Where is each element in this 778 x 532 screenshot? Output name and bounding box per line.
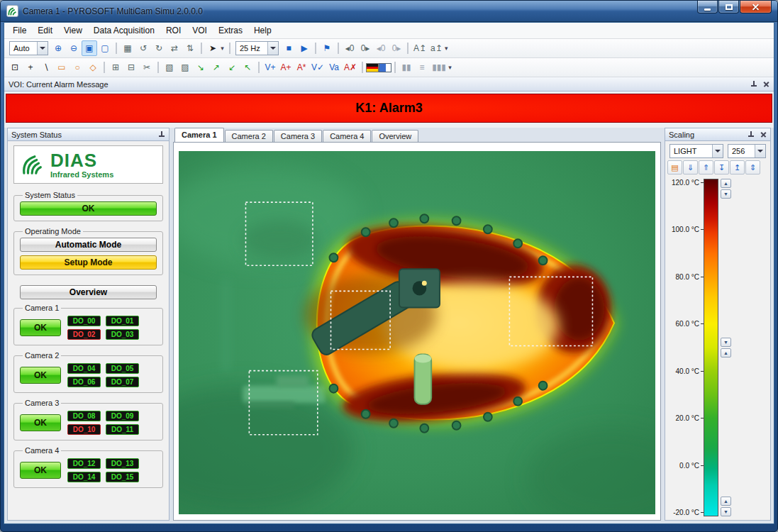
- zoom-in-button[interactable]: ⊕: [50, 40, 66, 56]
- roi-import-button[interactable]: ↖: [240, 60, 255, 75]
- flag-marker-button[interactable]: ⚑: [319, 40, 335, 56]
- do-button[interactable]: DO_07: [106, 377, 139, 387]
- do-button[interactable]: DO_09: [106, 411, 139, 421]
- select-roi-button[interactable]: ⊡: [7, 60, 23, 75]
- tab-camera-1[interactable]: Camera 1: [174, 128, 224, 142]
- ellipse-roi-button[interactable]: ○: [70, 60, 85, 75]
- camera-1-ok-button[interactable]: OK: [20, 319, 61, 336]
- tab-camera-2[interactable]: Camera 2: [225, 130, 273, 142]
- palette-combo[interactable]: LIGHT: [669, 144, 723, 158]
- pointer-tool-dropdown[interactable]: ▾: [218, 40, 226, 56]
- do-button[interactable]: DO_13: [106, 458, 139, 469]
- alarm-next-button[interactable]: 0▸: [389, 40, 404, 56]
- do-button[interactable]: DO_14: [67, 472, 101, 482]
- menu-view[interactable]: View: [58, 23, 88, 38]
- do-button[interactable]: DO_15: [106, 472, 139, 482]
- flip-horizontal-button[interactable]: ⇄: [167, 40, 182, 56]
- do-button[interactable]: DO_06: [67, 377, 101, 387]
- cut-roi-button[interactable]: ✂: [139, 60, 155, 75]
- stop-button[interactable]: ■: [281, 40, 296, 56]
- do-button[interactable]: DO_03: [106, 329, 139, 340]
- scale-shift-down-button[interactable]: ↧: [714, 160, 729, 174]
- paste-roi-button[interactable]: ⊟: [123, 60, 139, 75]
- thermal-image[interactable]: [179, 151, 655, 514]
- roi-to-image-button[interactable]: ↘: [193, 60, 209, 75]
- camera-2-ok-button[interactable]: OK: [20, 367, 61, 384]
- levels-combo[interactable]: 256: [728, 144, 766, 158]
- tab-camera-3[interactable]: Camera 3: [274, 130, 322, 142]
- menu-extras[interactable]: Extras: [213, 23, 248, 38]
- zoom-out-button[interactable]: ⊖: [66, 40, 82, 56]
- do-button[interactable]: DO_10: [67, 424, 101, 435]
- scale-min-down-button[interactable]: ▼: [721, 507, 731, 516]
- scale-max-down-button[interactable]: ▼: [721, 189, 731, 199]
- delete-alarm-button[interactable]: A✗: [342, 60, 359, 75]
- scale-min-up-button[interactable]: ▲: [721, 497, 731, 506]
- do-button[interactable]: DO_01: [106, 316, 139, 326]
- tab-camera-4[interactable]: Camera 4: [323, 130, 371, 142]
- close-button[interactable]: [740, 1, 772, 13]
- menu-voi[interactable]: VOI: [187, 23, 213, 38]
- scale-max-up-button[interactable]: ▲: [721, 179, 731, 188]
- polygon-roi-button[interactable]: ◇: [85, 60, 101, 75]
- point-roi-button[interactable]: +: [23, 60, 38, 75]
- roi-from-image-button[interactable]: ↗: [209, 60, 224, 75]
- menu-roi[interactable]: ROI: [160, 23, 187, 38]
- language-panel-button[interactable]: [379, 63, 391, 72]
- pin-icon[interactable]: [158, 131, 165, 138]
- menu-edit[interactable]: Edit: [32, 23, 58, 38]
- camera-3-ok-button[interactable]: OK: [20, 414, 61, 431]
- cursor-level-down-button[interactable]: ▼: [721, 338, 731, 347]
- menu-data-acquisition[interactable]: Data Acquisition: [88, 23, 160, 38]
- split-vertical-button[interactable]: ▮▮: [399, 60, 414, 75]
- copy-roi-button[interactable]: ⊞: [108, 60, 123, 75]
- alarm-prev-button[interactable]: ◂0: [373, 40, 389, 56]
- overview-button[interactable]: Overview: [20, 285, 157, 299]
- rectangle-roi-button[interactable]: ▭: [54, 60, 70, 75]
- voi-edit-button[interactable]: Va: [326, 60, 342, 75]
- do-button[interactable]: DO_11: [106, 424, 139, 435]
- alarm-config-button[interactable]: A*: [294, 60, 309, 75]
- tab-overview[interactable]: Overview: [372, 130, 418, 142]
- do-button[interactable]: DO_04: [67, 363, 101, 374]
- automatic-mode-button[interactable]: Automatic Mode: [20, 238, 157, 252]
- do-button[interactable]: DO_12: [67, 458, 101, 469]
- play-button[interactable]: ▶: [296, 40, 312, 56]
- import-image-button[interactable]: ▧: [162, 60, 177, 75]
- minimize-button[interactable]: [697, 1, 718, 13]
- export-image-button[interactable]: ▨: [177, 60, 193, 75]
- add-alarm-button[interactable]: A+: [278, 60, 294, 75]
- do-button[interactable]: DO_08: [67, 411, 101, 421]
- value-next-button[interactable]: 0▸: [357, 40, 373, 56]
- maximize-button[interactable]: [718, 1, 739, 13]
- do-button[interactable]: DO_05: [106, 363, 139, 374]
- rotate-left-button[interactable]: ↺: [135, 40, 151, 56]
- pin-icon[interactable]: [750, 81, 757, 88]
- full-range-button[interactable]: ⇕: [745, 160, 760, 174]
- grid-overlay-button[interactable]: ▦: [120, 40, 135, 56]
- cursor-level-up-button[interactable]: ▲: [721, 348, 731, 358]
- flip-vertical-button[interactable]: ⇅: [182, 40, 198, 56]
- original-size-button[interactable]: ▢: [97, 40, 113, 56]
- split-horizontal-button[interactable]: ≡: [414, 60, 430, 75]
- do-button[interactable]: DO_00: [67, 316, 101, 326]
- line-roi-button[interactable]: ∖: [38, 60, 54, 75]
- do-button[interactable]: DO_02: [67, 329, 101, 340]
- value-prev-button[interactable]: ◂0: [342, 40, 357, 56]
- layout-dropdown[interactable]: ▾: [446, 60, 454, 75]
- rotate-right-button[interactable]: ↻: [151, 40, 167, 56]
- zoom-mode-combo[interactable]: Auto: [9, 41, 48, 55]
- autoscale-once-button[interactable]: ⇓: [683, 160, 698, 174]
- german-flag-icon[interactable]: [366, 63, 379, 72]
- menu-help[interactable]: Help: [248, 23, 277, 38]
- pin-icon[interactable]: [748, 131, 755, 138]
- system-ok-button[interactable]: OK: [20, 201, 157, 216]
- roi-export-button[interactable]: ↙: [224, 60, 240, 75]
- autoscale-continuous-button[interactable]: ⇑: [699, 160, 713, 174]
- voi-check-button[interactable]: V✓: [309, 60, 326, 75]
- frame-rate-combo[interactable]: 25 Hz: [235, 41, 279, 55]
- auto-range-image-button[interactable]: A↥: [411, 40, 428, 56]
- close-panel-icon[interactable]: [763, 81, 769, 87]
- add-voi-button[interactable]: V+: [262, 60, 278, 75]
- close-panel-icon[interactable]: [760, 131, 767, 138]
